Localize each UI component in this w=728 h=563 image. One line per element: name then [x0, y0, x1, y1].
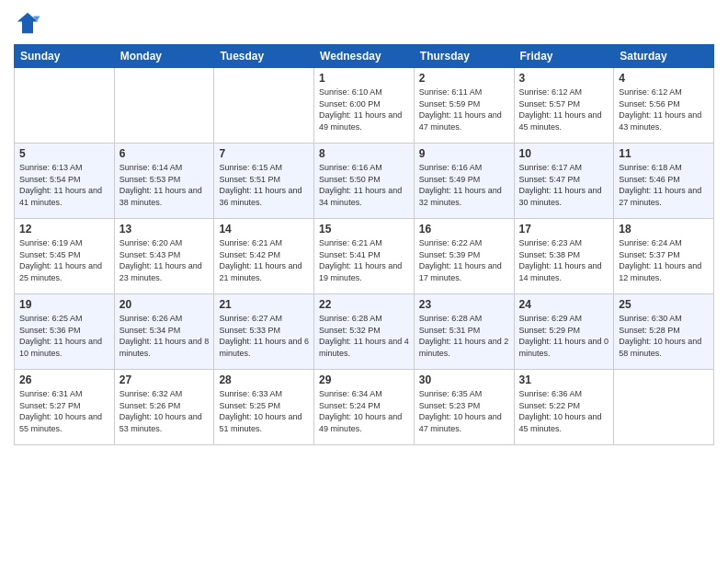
- day-number: 19: [19, 298, 109, 311]
- day-number: 29: [319, 373, 409, 386]
- calendar-cell: 27Sunrise: 6:32 AM Sunset: 5:26 PM Dayli…: [114, 370, 214, 445]
- col-header-wednesday: Wednesday: [314, 45, 415, 68]
- calendar-cell: 18Sunrise: 6:24 AM Sunset: 5:37 PM Dayli…: [614, 219, 714, 294]
- day-info: Sunrise: 6:10 AM Sunset: 6:00 PM Dayligh…: [319, 86, 409, 132]
- day-number: 3: [519, 72, 609, 85]
- day-number: 21: [219, 298, 309, 311]
- day-number: 7: [219, 147, 309, 160]
- calendar-body: 1Sunrise: 6:10 AM Sunset: 6:00 PM Daylig…: [15, 68, 714, 445]
- calendar-cell: 16Sunrise: 6:22 AM Sunset: 5:39 PM Dayli…: [414, 219, 514, 294]
- day-info: Sunrise: 6:33 AM Sunset: 5:25 PM Dayligh…: [219, 388, 309, 434]
- calendar-cell: 22Sunrise: 6:28 AM Sunset: 5:32 PM Dayli…: [314, 294, 415, 370]
- day-number: 17: [519, 223, 609, 236]
- day-info: Sunrise: 6:34 AM Sunset: 5:24 PM Dayligh…: [319, 388, 409, 434]
- day-info: Sunrise: 6:16 AM Sunset: 5:49 PM Dayligh…: [419, 162, 509, 208]
- day-number: 25: [619, 298, 709, 311]
- day-info: Sunrise: 6:32 AM Sunset: 5:26 PM Dayligh…: [119, 388, 210, 434]
- calendar-cell: 3Sunrise: 6:12 AM Sunset: 5:57 PM Daylig…: [514, 68, 614, 144]
- page: SundayMondayTuesdayWednesdayThursdayFrid…: [0, 0, 728, 563]
- calendar-week-1: 1Sunrise: 6:10 AM Sunset: 6:00 PM Daylig…: [15, 68, 714, 144]
- day-info: Sunrise: 6:30 AM Sunset: 5:28 PM Dayligh…: [619, 313, 709, 359]
- col-header-saturday: Saturday: [614, 45, 714, 68]
- day-info: Sunrise: 6:16 AM Sunset: 5:50 PM Dayligh…: [319, 162, 409, 208]
- day-info: Sunrise: 6:23 AM Sunset: 5:38 PM Dayligh…: [519, 237, 609, 283]
- calendar-cell: 9Sunrise: 6:16 AM Sunset: 5:49 PM Daylig…: [414, 144, 514, 219]
- calendar-cell: [214, 68, 314, 144]
- svg-marker-0: [17, 13, 39, 34]
- day-info: Sunrise: 6:19 AM Sunset: 5:45 PM Dayligh…: [19, 237, 109, 283]
- calendar-cell: 28Sunrise: 6:33 AM Sunset: 5:25 PM Dayli…: [214, 370, 314, 445]
- day-number: 24: [519, 298, 609, 311]
- day-info: Sunrise: 6:15 AM Sunset: 5:51 PM Dayligh…: [219, 162, 309, 208]
- day-info: Sunrise: 6:22 AM Sunset: 5:39 PM Dayligh…: [419, 237, 509, 283]
- day-number: 16: [419, 223, 509, 236]
- calendar-cell: 4Sunrise: 6:12 AM Sunset: 5:56 PM Daylig…: [614, 68, 714, 144]
- day-info: Sunrise: 6:24 AM Sunset: 5:37 PM Dayligh…: [619, 237, 709, 283]
- calendar-cell: 23Sunrise: 6:28 AM Sunset: 5:31 PM Dayli…: [414, 294, 514, 370]
- day-number: 27: [119, 373, 210, 386]
- day-number: 22: [319, 298, 409, 311]
- day-number: 20: [119, 298, 210, 311]
- col-header-tuesday: Tuesday: [214, 45, 314, 68]
- day-number: 14: [219, 223, 309, 236]
- day-number: 15: [319, 223, 409, 236]
- header: [14, 9, 714, 37]
- day-info: Sunrise: 6:25 AM Sunset: 5:36 PM Dayligh…: [19, 313, 109, 359]
- day-number: 31: [519, 373, 609, 386]
- day-info: Sunrise: 6:36 AM Sunset: 5:22 PM Dayligh…: [519, 388, 609, 434]
- day-info: Sunrise: 6:20 AM Sunset: 5:43 PM Dayligh…: [119, 237, 210, 283]
- day-info: Sunrise: 6:28 AM Sunset: 5:31 PM Dayligh…: [419, 313, 509, 359]
- calendar-cell: 31Sunrise: 6:36 AM Sunset: 5:22 PM Dayli…: [514, 370, 614, 445]
- day-info: Sunrise: 6:18 AM Sunset: 5:46 PM Dayligh…: [619, 162, 709, 208]
- calendar-cell: 24Sunrise: 6:29 AM Sunset: 5:29 PM Dayli…: [514, 294, 614, 370]
- day-info: Sunrise: 6:28 AM Sunset: 5:32 PM Dayligh…: [319, 313, 409, 359]
- calendar-cell: 29Sunrise: 6:34 AM Sunset: 5:24 PM Dayli…: [314, 370, 415, 445]
- day-number: 5: [19, 147, 109, 160]
- day-info: Sunrise: 6:29 AM Sunset: 5:29 PM Dayligh…: [519, 313, 609, 359]
- calendar-cell: 14Sunrise: 6:21 AM Sunset: 5:42 PM Dayli…: [214, 219, 314, 294]
- day-number: 4: [619, 72, 709, 85]
- calendar-cell: 15Sunrise: 6:21 AM Sunset: 5:41 PM Dayli…: [314, 219, 415, 294]
- day-number: 13: [119, 223, 210, 236]
- day-number: 1: [319, 72, 409, 85]
- day-number: 11: [619, 147, 709, 160]
- day-number: 26: [19, 373, 109, 386]
- calendar-cell: [114, 68, 214, 144]
- calendar-cell: 26Sunrise: 6:31 AM Sunset: 5:27 PM Dayli…: [15, 370, 115, 445]
- day-info: Sunrise: 6:26 AM Sunset: 5:34 PM Dayligh…: [119, 313, 210, 359]
- day-info: Sunrise: 6:21 AM Sunset: 5:41 PM Dayligh…: [319, 237, 409, 283]
- calendar-cell: 5Sunrise: 6:13 AM Sunset: 5:54 PM Daylig…: [15, 144, 115, 219]
- calendar-cell: 12Sunrise: 6:19 AM Sunset: 5:45 PM Dayli…: [15, 219, 115, 294]
- day-number: 12: [19, 223, 109, 236]
- day-number: 18: [619, 223, 709, 236]
- day-number: 8: [319, 147, 409, 160]
- header-row: SundayMondayTuesdayWednesdayThursdayFrid…: [15, 45, 714, 68]
- calendar-table: SundayMondayTuesdayWednesdayThursdayFrid…: [14, 44, 714, 445]
- calendar-cell: 7Sunrise: 6:15 AM Sunset: 5:51 PM Daylig…: [214, 144, 314, 219]
- calendar-week-4: 19Sunrise: 6:25 AM Sunset: 5:36 PM Dayli…: [15, 294, 714, 370]
- day-number: 2: [419, 72, 509, 85]
- calendar-week-5: 26Sunrise: 6:31 AM Sunset: 5:27 PM Dayli…: [15, 370, 714, 445]
- day-info: Sunrise: 6:13 AM Sunset: 5:54 PM Dayligh…: [19, 162, 109, 208]
- calendar-cell: [15, 68, 115, 144]
- col-header-monday: Monday: [114, 45, 214, 68]
- calendar-cell: 6Sunrise: 6:14 AM Sunset: 5:53 PM Daylig…: [114, 144, 214, 219]
- day-info: Sunrise: 6:12 AM Sunset: 5:56 PM Dayligh…: [619, 86, 709, 132]
- calendar-cell: 10Sunrise: 6:17 AM Sunset: 5:47 PM Dayli…: [514, 144, 614, 219]
- calendar-header: SundayMondayTuesdayWednesdayThursdayFrid…: [15, 45, 714, 68]
- calendar-cell: 13Sunrise: 6:20 AM Sunset: 5:43 PM Dayli…: [114, 219, 214, 294]
- calendar-cell: 1Sunrise: 6:10 AM Sunset: 6:00 PM Daylig…: [314, 68, 415, 144]
- col-header-sunday: Sunday: [15, 45, 115, 68]
- day-info: Sunrise: 6:21 AM Sunset: 5:42 PM Dayligh…: [219, 237, 309, 283]
- calendar-cell: 21Sunrise: 6:27 AM Sunset: 5:33 PM Dayli…: [214, 294, 314, 370]
- logo: [14, 9, 45, 37]
- col-header-friday: Friday: [514, 45, 614, 68]
- day-info: Sunrise: 6:27 AM Sunset: 5:33 PM Dayligh…: [219, 313, 309, 359]
- day-number: 23: [419, 298, 509, 311]
- day-number: 10: [519, 147, 609, 160]
- calendar-cell: 11Sunrise: 6:18 AM Sunset: 5:46 PM Dayli…: [614, 144, 714, 219]
- day-info: Sunrise: 6:17 AM Sunset: 5:47 PM Dayligh…: [519, 162, 609, 208]
- day-number: 30: [419, 373, 509, 386]
- calendar-cell: 17Sunrise: 6:23 AM Sunset: 5:38 PM Dayli…: [514, 219, 614, 294]
- calendar-cell: 20Sunrise: 6:26 AM Sunset: 5:34 PM Dayli…: [114, 294, 214, 370]
